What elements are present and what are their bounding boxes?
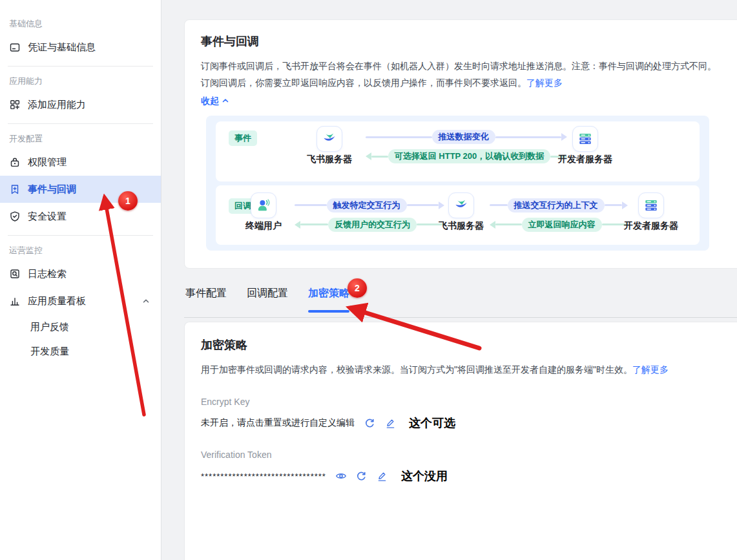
section-label-basic-info: 基础信息	[0, 14, 161, 34]
sidebar-item-label: 安全设置	[28, 211, 67, 223]
sidebar-item-label: 事件与回调	[28, 183, 76, 196]
refresh-icon[interactable]	[356, 470, 368, 482]
sidebar-item-quality-dashboard[interactable]: 应用质量看板	[0, 287, 161, 315]
sidebar-item-credentials[interactable]: 凭证与基础信息	[0, 34, 161, 61]
divider	[8, 123, 153, 124]
sidebar-item-permissions[interactable]: 权限管理	[0, 149, 161, 176]
push-context-arrow: 推送交互行为的上下文	[490, 198, 628, 213]
sidebar-item-events-callbacks[interactable]: 事件与回调	[0, 176, 161, 203]
arrow-label: 反馈用户的交互行为	[328, 218, 417, 232]
callback-arrows-segment1: 触发特定交互行为 反馈用户的交互行为	[295, 198, 444, 232]
sidebar-item-label: 凭证与基础信息	[28, 41, 96, 54]
sidebar-item-label: 添加应用能力	[28, 99, 86, 111]
node-label: 飞书服务器	[307, 154, 352, 165]
arrow-head-left	[490, 221, 495, 229]
bar-chart-icon	[9, 295, 21, 307]
sidebar-item-dev-quality[interactable]: 开发质量	[0, 339, 161, 364]
node-label: 飞书服务器	[439, 220, 484, 232]
sidebar-item-add-capability[interactable]: 添加应用能力	[0, 91, 161, 118]
encryption-strategy-card: 加密策略 用于加密事件或回调的请求内容，校验请求来源。当订阅方式为"将回调推送至…	[184, 322, 737, 560]
feedback-interaction-arrow: 反馈用户的交互行为	[295, 218, 444, 232]
node-label: 终端用户	[245, 220, 282, 232]
sidebar-item-label: 权限管理	[28, 156, 67, 169]
id-card-icon	[9, 41, 21, 53]
tabs-divider	[184, 317, 737, 318]
config-tabs: 事件配置 回调配置 加密策略	[184, 285, 351, 314]
verification-token-row: ******************************** 这个没用	[201, 468, 737, 484]
encryption-description-text: 用于加密事件或回调的请求内容，校验请求来源。当订阅方式为"将回调推送至开发者自建…	[201, 364, 632, 375]
sidebar-item-label: 用户反馈	[30, 321, 69, 333]
divider	[8, 66, 153, 67]
node-label: 开发者服务器	[624, 220, 678, 232]
callback-arrows-segment2: 推送交互行为的上下文 立即返回响应内容	[490, 198, 628, 232]
developer-server-node: 开发者服务器	[554, 126, 616, 165]
immediate-response-arrow: 立即返回响应内容	[490, 218, 628, 232]
flag-plus-icon	[9, 183, 21, 195]
http200-arrow: 可选择返回 HTTP 200，以确认收到数据	[366, 149, 567, 163]
verification-token-label: Verification Token	[201, 450, 737, 460]
encrypt-key-value: 未开启，请点击重置或进行自定义编辑	[201, 417, 355, 429]
events-callbacks-diagram: 事件 飞书服务器 推送数据变化 可选择返回 HTTP 200，以	[206, 116, 709, 251]
annotation-note-optional: 这个可选	[409, 415, 455, 431]
verification-token-value: ********************************	[201, 472, 326, 481]
developer-server-node: 开发者服务器	[620, 192, 682, 232]
trigger-interaction-arrow: 触发特定交互行为	[295, 198, 444, 213]
event-flow-row: 事件 飞书服务器 推送数据变化 可选择返回 HTTP 200，以	[216, 121, 700, 181]
arrow-label: 立即返回响应内容	[522, 218, 602, 232]
encrypt-key-label: Encrypt Key	[201, 397, 737, 407]
feishu-logo-icon	[448, 192, 474, 218]
log-search-icon	[9, 268, 21, 280]
encryption-description: 用于加密事件或回调的请求内容，校验请求来源。当订阅方式为"将回调推送至开发者自建…	[201, 361, 737, 378]
refresh-icon[interactable]	[364, 417, 375, 429]
server-icon	[638, 192, 664, 218]
sidebar: 基础信息 凭证与基础信息 应用能力 添加应用能力 开发配置 权限管理 事件与回调…	[0, 0, 161, 560]
section-label-app-capabilities: 应用能力	[0, 72, 161, 91]
annotation-note-unused: 这个没用	[401, 468, 448, 484]
arrow-head-left	[295, 221, 300, 229]
push-data-arrow: 推送数据变化	[366, 130, 567, 144]
collapse-toggle[interactable]: 收起	[201, 96, 229, 107]
feishu-logo-icon	[317, 126, 342, 152]
main-content: 事件与回调 订阅事件或回调后，飞书开放平台将会在事件（如机器人入群）发生时向请求…	[162, 0, 737, 560]
description-line2: 订阅回调后，你需要立即返回响应内容，以反馈用户操作，而事件则不要求返回。	[201, 78, 526, 88]
event-badge: 事件	[229, 130, 257, 146]
page-title: 事件与回调	[201, 34, 737, 49]
sidebar-item-label: 日志检索	[28, 268, 67, 280]
events-callbacks-card: 事件与回调 订阅事件或回调后，飞书开放平台将会在事件（如机器人入群）发生时向请求…	[184, 19, 737, 269]
divider	[8, 235, 153, 236]
sidebar-item-label: 应用质量看板	[28, 295, 86, 307]
encryption-title: 加密策略	[201, 337, 737, 353]
learn-more-link[interactable]: 了解更多	[526, 78, 563, 88]
server-icon	[572, 126, 598, 152]
arrow-label: 触发特定交互行为	[327, 198, 407, 213]
event-arrows: 推送数据变化 可选择返回 HTTP 200，以确认收到数据	[366, 130, 567, 163]
section-label-dev-config: 开发配置	[0, 129, 161, 149]
feishu-server-node: 飞书服务器	[298, 126, 360, 165]
tab-event-config[interactable]: 事件配置	[184, 285, 228, 314]
learn-more-link[interactable]: 了解更多	[632, 364, 669, 375]
encrypt-key-row: 未开启，请点击重置或进行自定义编辑 这个可选	[201, 415, 737, 431]
shield-check-icon	[9, 211, 21, 222]
description-line1: 订阅事件或回调后，飞书开放平台将会在事件（如机器人入群）发生时向请求地址推送消息…	[201, 61, 716, 71]
grid-plus-icon	[9, 99, 21, 110]
arrow-label: 推送交互行为的上下文	[508, 198, 605, 213]
page-description: 订阅事件或回调后，飞书开放平台将会在事件（如机器人入群）发生时向请求地址推送消息…	[201, 57, 737, 91]
end-user-node: 终端用户	[233, 192, 295, 232]
edit-icon[interactable]	[377, 470, 388, 482]
callback-flow-row: 回调 终端用户 触发特定交互行为 反馈用户的交互行为	[216, 185, 700, 245]
node-label: 开发者服务器	[558, 154, 612, 165]
end-user-icon	[251, 192, 276, 218]
arrow-label: 可选择返回 HTTP 200，以确认收到数据	[388, 149, 551, 163]
sidebar-item-security-settings[interactable]: 安全设置	[0, 203, 161, 230]
tab-callback-config[interactable]: 回调配置	[245, 285, 289, 314]
edit-icon[interactable]	[384, 417, 396, 429]
sidebar-item-log-search[interactable]: 日志检索	[0, 260, 161, 287]
eye-icon[interactable]	[335, 470, 347, 482]
sidebar-item-user-feedback[interactable]: 用户反馈	[0, 315, 161, 339]
chevron-up-icon[interactable]	[141, 296, 151, 306]
feishu-server-node: 飞书服务器	[430, 192, 492, 232]
tab-encryption-strategy[interactable]: 加密策略	[307, 285, 351, 314]
chevron-up-icon	[222, 96, 229, 107]
sidebar-item-label: 开发质量	[30, 346, 69, 358]
section-label-operations-monitoring: 运营监控	[0, 241, 161, 260]
